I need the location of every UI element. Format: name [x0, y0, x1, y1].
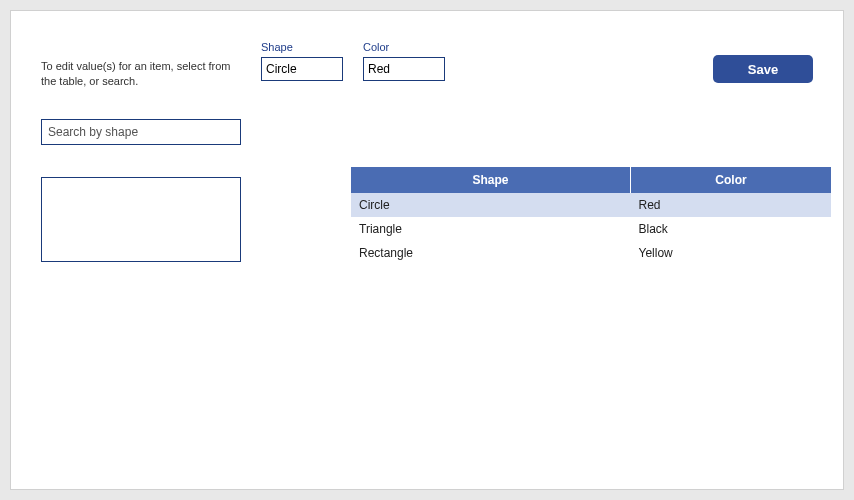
table-row[interactable]: RectangleYellow [351, 241, 831, 265]
table-row[interactable]: CircleRed [351, 193, 831, 217]
col-header-shape: Shape [351, 167, 630, 193]
top-row: To edit value(s) for an item, select fro… [41, 41, 813, 89]
cell-shape: Triangle [351, 217, 630, 241]
shape-label: Shape [261, 41, 343, 53]
cell-color: Yellow [630, 241, 831, 265]
cell-color: Black [630, 217, 831, 241]
save-button[interactable]: Save [713, 55, 813, 83]
search-input[interactable] [41, 119, 241, 145]
instructions-text: To edit value(s) for an item, select fro… [41, 41, 241, 89]
color-field-group: Color [363, 41, 445, 81]
lower-row: Shape Color CircleRedTriangleBlackRectan… [41, 119, 813, 265]
data-table-wrap: Shape Color CircleRedTriangleBlackRectan… [351, 167, 831, 265]
color-label: Color [363, 41, 445, 53]
shape-input[interactable] [261, 57, 343, 81]
cell-shape: Rectangle [351, 241, 630, 265]
search-results-box[interactable] [41, 177, 241, 262]
cell-color: Red [630, 193, 831, 217]
table-header-row: Shape Color [351, 167, 831, 193]
cell-shape: Circle [351, 193, 630, 217]
color-input[interactable] [363, 57, 445, 81]
table-body: CircleRedTriangleBlackRectangleYellow [351, 193, 831, 265]
app-frame: To edit value(s) for an item, select fro… [10, 10, 844, 490]
shape-field-group: Shape [261, 41, 343, 81]
left-column [41, 119, 241, 262]
table-row[interactable]: TriangleBlack [351, 217, 831, 241]
col-header-color: Color [630, 167, 831, 193]
data-table: Shape Color CircleRedTriangleBlackRectan… [351, 167, 831, 265]
